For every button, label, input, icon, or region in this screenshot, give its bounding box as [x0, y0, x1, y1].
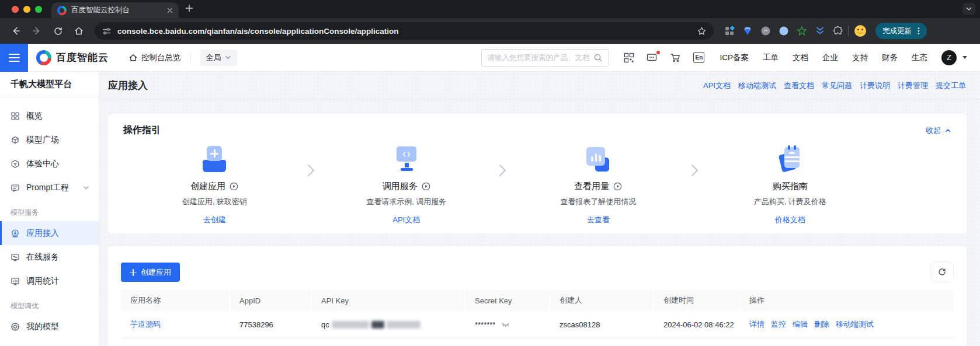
- sidebar-item-online-service[interactable]: 在线服务: [0, 245, 99, 269]
- sidebar-item-overview[interactable]: 概览: [0, 104, 99, 128]
- back-button[interactable]: [7, 22, 25, 40]
- col-secret-key: Secret Key: [465, 290, 550, 311]
- app-name-link[interactable]: 芋道源码: [130, 319, 161, 330]
- brand-logo[interactable]: 百度智能云: [36, 50, 109, 65]
- nav-right-cluster: En ICP备案 工单 文档 企业 支持 财务 生态 Z: [481, 49, 980, 67]
- site-settings-icon[interactable]: [102, 26, 112, 36]
- eye-off-icon[interactable]: [501, 320, 510, 329]
- create-app-button[interactable]: 创建应用: [121, 263, 180, 282]
- ext-chevrons-icon[interactable]: [815, 26, 825, 36]
- browser-tab[interactable]: 百度智能云控制台: [51, 2, 179, 18]
- profile-avatar-emoji[interactable]: [853, 24, 867, 38]
- play-video-icon[interactable]: [613, 182, 622, 191]
- header-link-view-docs[interactable]: 查看文档: [784, 81, 814, 91]
- home-icon: [74, 26, 84, 36]
- url-bar[interactable]: console.bce.baidu.com/qianfan/ais/consol…: [95, 22, 714, 40]
- step-name: 购买指南: [773, 181, 808, 192]
- nav-link-icp[interactable]: ICP备案: [720, 53, 749, 63]
- language-toggle[interactable]: En: [693, 52, 704, 63]
- created-at-value: 2024-06-02 08:46:22: [654, 311, 740, 338]
- ext-gray-circle-icon[interactable]: [760, 26, 771, 36]
- new-tab-button[interactable]: [185, 4, 194, 15]
- header-link-billing-info[interactable]: 计费说明: [860, 81, 890, 91]
- ext-dashboard-icon[interactable]: [724, 26, 735, 36]
- refresh-button[interactable]: [930, 261, 954, 282]
- guide-step-create-app: 创建应用 创建应用, 获取密钥 去创建: [123, 146, 306, 225]
- sidebar-section-model-service: 模型服务: [0, 200, 99, 221]
- toolbar-separator: [848, 26, 849, 36]
- global-search[interactable]: [481, 49, 609, 67]
- header-link-billing-manage[interactable]: 计费管理: [898, 81, 928, 91]
- ext-green-star-icon[interactable]: [797, 26, 807, 36]
- close-window-button[interactable]: [12, 6, 19, 13]
- console-overview-link[interactable]: 控制台总览: [128, 53, 181, 63]
- sidebar-item-model-square[interactable]: 模型广场: [0, 128, 99, 152]
- window-controls[interactable]: [0, 0, 51, 18]
- tab-close-icon[interactable]: [166, 6, 174, 15]
- header-link-submit-ticket[interactable]: 提交工单: [936, 81, 966, 91]
- hamburger-menu-button[interactable]: [0, 44, 28, 72]
- action-edit[interactable]: 编辑: [793, 319, 808, 330]
- fullscreen-window-button[interactable]: [35, 6, 42, 13]
- avatar-caret-icon[interactable]: [962, 56, 967, 59]
- nav-link-tickets[interactable]: 工单: [763, 53, 779, 63]
- api-key-value: qc: [312, 311, 465, 338]
- action-mobile-test[interactable]: 移动端测试: [836, 319, 874, 330]
- screen: 百度智能云控制台 console.bce.baidu.com/qianfan/a…: [0, 0, 980, 346]
- region-selector[interactable]: 全局: [200, 50, 237, 66]
- step-name: 创建应用: [190, 181, 225, 192]
- tab-search-button[interactable]: [962, 3, 975, 15]
- sidebar-item-label: 我的模型: [26, 321, 59, 332]
- guide-view-usage-link[interactable]: 去查看: [587, 215, 610, 225]
- cart-button[interactable]: [670, 53, 681, 63]
- qr-code-button[interactable]: [624, 53, 634, 63]
- play-video-icon[interactable]: [422, 182, 430, 191]
- home-button[interactable]: [70, 22, 88, 40]
- forward-button[interactable]: [28, 22, 46, 40]
- nav-link-docs[interactable]: 文档: [793, 53, 808, 63]
- user-avatar[interactable]: Z: [941, 50, 957, 65]
- url-text[interactable]: console.bce.baidu.com/qianfan/ais/consol…: [117, 27, 691, 36]
- minimize-window-button[interactable]: [23, 6, 30, 13]
- collapse-label[interactable]: 收起: [926, 125, 941, 136]
- header-link-api-docs[interactable]: API文档: [703, 81, 731, 91]
- ext-blue-circle-icon[interactable]: [779, 26, 789, 36]
- sidebar-title: 千帆大模型平台: [0, 72, 99, 97]
- application-list-card: 创建应用 应用名称 AppID API Key Secret Key 创建人 创…: [108, 246, 967, 346]
- header-link-mobile-test[interactable]: 移动端测试: [738, 81, 776, 91]
- action-monitor[interactable]: 监控: [771, 319, 786, 330]
- play-video-icon[interactable]: [230, 182, 238, 191]
- guide-create-link[interactable]: 去创建: [203, 215, 226, 225]
- kebab-menu-icon[interactable]: [914, 26, 923, 36]
- action-delete[interactable]: 删除: [814, 319, 829, 330]
- collapse-toggle[interactable]: 收起: [926, 125, 951, 136]
- header-link-faq[interactable]: 常见问题: [822, 81, 852, 91]
- nav-link-ecosystem[interactable]: 生态: [912, 53, 927, 63]
- guide-price-docs-link[interactable]: 价格文档: [775, 215, 805, 225]
- sidebar-item-my-models[interactable]: 我的模型: [0, 314, 99, 338]
- step-desc: 产品购买, 计费及价格: [754, 197, 826, 207]
- search-input[interactable]: [487, 54, 590, 62]
- reload-icon: [53, 26, 63, 36]
- call-service-icon: [393, 146, 420, 173]
- messages-button[interactable]: [647, 53, 658, 63]
- sidebar-item-experience-center[interactable]: 体验中心: [0, 152, 99, 176]
- sidebar-item-prompt-engineering[interactable]: Prompt工程: [0, 176, 99, 200]
- sidebar-item-call-statistics[interactable]: 调用统计: [0, 269, 99, 293]
- guide-api-docs-link[interactable]: API文档: [392, 215, 420, 225]
- sidebar-item-label: 应用接入: [26, 228, 59, 239]
- bookmark-star-icon[interactable]: [697, 26, 707, 36]
- guide-step-view-usage: 查看用量 查看报表了解使用情况 去查看: [507, 146, 690, 225]
- reload-button[interactable]: [49, 22, 67, 40]
- sidebar-item-label: 在线服务: [26, 252, 59, 263]
- ext-gem-icon[interactable]: [742, 26, 753, 36]
- view-usage-icon: [585, 146, 611, 173]
- extensions-puzzle-icon[interactable]: [833, 26, 843, 36]
- chrome-update-button[interactable]: 完成更新: [875, 23, 927, 39]
- action-detail[interactable]: 详情: [749, 319, 764, 330]
- search-icon[interactable]: [593, 53, 603, 62]
- nav-link-support[interactable]: 支持: [852, 53, 868, 63]
- sidebar-item-app-access[interactable]: 应用接入: [0, 221, 99, 245]
- nav-link-enterprise[interactable]: 企业: [822, 53, 838, 63]
- nav-link-finance[interactable]: 财务: [882, 53, 898, 63]
